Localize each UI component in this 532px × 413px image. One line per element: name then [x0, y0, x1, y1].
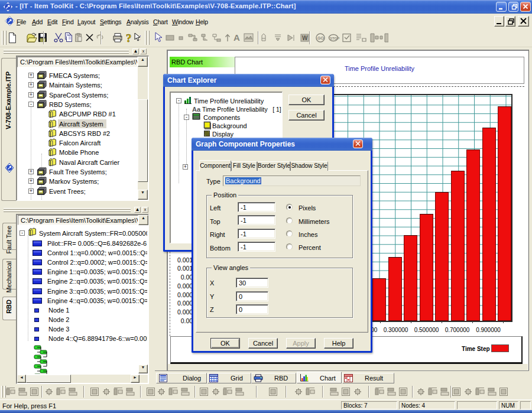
- svg-text:?: ?: [140, 33, 141, 42]
- svg-text:GO: GO: [317, 36, 324, 40]
- svg-text:W: W: [302, 35, 308, 41]
- svg-text:STOP: STOP: [330, 37, 339, 40]
- svg-text:?: ?: [126, 32, 132, 44]
- svg-text:A: A: [233, 32, 240, 43]
